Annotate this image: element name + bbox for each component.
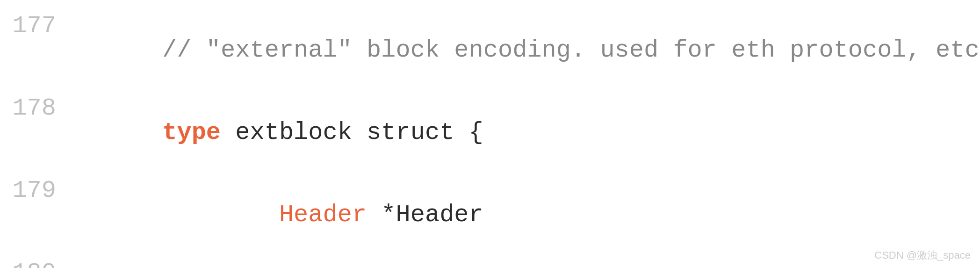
line-content-178: type extblock struct { — [75, 96, 483, 169]
code-line-180: 180 Txs []*Transaction — [0, 256, 980, 268]
line-number-179: 179 — [0, 179, 75, 203]
line-content-179: Header *Header — [75, 179, 483, 252]
line-content-177: // "external" block encoding. used for e… — [75, 14, 980, 87]
comment-177: // "external" block encoding. used for e… — [162, 36, 980, 64]
code-line-178: 178 type extblock struct { — [0, 92, 980, 174]
watermark: CSDN @激浊_space — [874, 248, 971, 262]
code-line-179: 179 Header *Header — [0, 174, 980, 256]
type-header: *Header — [367, 201, 483, 229]
indent-179 — [162, 201, 279, 229]
line-number-180: 180 — [0, 261, 75, 268]
line-number-178: 178 — [0, 96, 75, 121]
keyword-type: type — [162, 119, 221, 146]
code-line-177: 177 // "external" block encoding. used f… — [0, 9, 980, 92]
line-content-180: Txs []*Transaction — [75, 261, 600, 268]
plain-178: extblock struct { — [221, 119, 483, 146]
code-viewer: 177 // "external" block encoding. used f… — [0, 0, 980, 268]
field-header: Header — [279, 201, 367, 229]
line-number-177: 177 — [0, 14, 75, 38]
